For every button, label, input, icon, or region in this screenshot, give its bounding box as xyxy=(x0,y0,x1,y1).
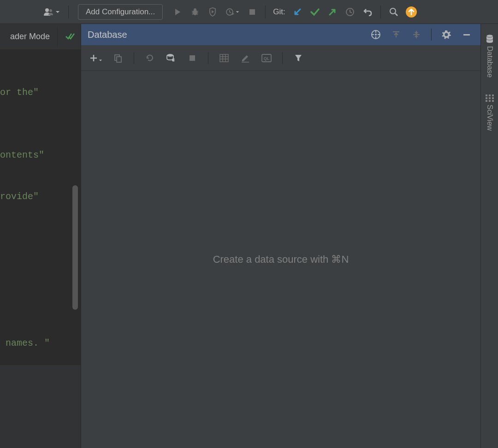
search-icon xyxy=(389,7,398,17)
code-line: names. " xyxy=(0,336,81,350)
refresh-icon xyxy=(145,53,154,63)
svg-point-20 xyxy=(445,33,448,36)
database-tab-label: Database xyxy=(486,46,494,78)
svg-rect-21 xyxy=(463,34,470,35)
svg-rect-36 xyxy=(486,94,487,96)
user-dropdown[interactable] xyxy=(41,6,63,18)
separator xyxy=(431,29,432,41)
svg-rect-44 xyxy=(492,100,494,102)
stop-icon xyxy=(189,54,196,62)
debug-button[interactable] xyxy=(188,5,202,19)
datasource-target-button[interactable] xyxy=(368,27,383,42)
search-everywhere-button[interactable] xyxy=(386,5,401,19)
stop-icon xyxy=(249,8,256,16)
svg-rect-41 xyxy=(492,97,494,99)
refresh-button[interactable] xyxy=(142,51,157,65)
play-icon xyxy=(173,8,182,16)
inspection-ok-icon[interactable] xyxy=(65,32,75,41)
clock-play-icon xyxy=(225,7,235,17)
editor-header: ader Mode xyxy=(0,24,81,50)
editor-scrollbar[interactable] xyxy=(72,185,78,310)
copy-icon xyxy=(113,53,123,63)
svg-rect-11 xyxy=(249,9,255,15)
filter-icon xyxy=(294,54,302,62)
db-wrench-icon xyxy=(166,53,176,63)
separator xyxy=(208,52,208,64)
database-panel-header: Database xyxy=(81,24,480,45)
svg-line-14 xyxy=(395,13,397,16)
database-panel-body: Create a data source with ⌘N xyxy=(81,71,480,448)
separator xyxy=(134,52,134,64)
stop-button[interactable] xyxy=(245,5,260,19)
coverage-button[interactable] xyxy=(205,5,220,19)
collapse-top-icon xyxy=(392,30,400,39)
console-ql-icon: QL xyxy=(261,54,272,62)
checkmark-icon xyxy=(310,7,320,17)
table-icon xyxy=(219,54,229,62)
add-configuration-button[interactable]: Add Configuration... xyxy=(78,4,163,20)
pencil-icon xyxy=(241,53,250,63)
svg-line-8 xyxy=(192,14,193,15)
svg-rect-18 xyxy=(393,31,399,32)
git-push-button[interactable] xyxy=(325,5,340,19)
sciview-tab-label: SciView xyxy=(486,105,494,131)
svg-point-1 xyxy=(49,9,52,12)
minimize-icon xyxy=(462,30,471,39)
separator xyxy=(282,52,283,64)
svg-text:QL: QL xyxy=(264,56,270,61)
duplicate-button[interactable] xyxy=(111,51,125,65)
user-icon xyxy=(43,7,53,17)
chevron-down-icon xyxy=(236,10,239,14)
svg-line-4 xyxy=(192,11,193,12)
svg-rect-42 xyxy=(486,100,487,102)
chevron-down-icon xyxy=(99,59,102,62)
pull-arrow-icon xyxy=(293,7,302,17)
undo-icon xyxy=(362,7,373,17)
separator xyxy=(265,6,266,18)
disconnect-button[interactable] xyxy=(185,51,200,65)
sciview-tab[interactable]: SciView xyxy=(484,93,496,133)
sciview-icon xyxy=(486,94,494,102)
separator xyxy=(68,6,69,18)
run-button[interactable] xyxy=(170,5,185,19)
chevron-down-icon xyxy=(55,10,60,14)
table-button[interactable] xyxy=(217,51,231,65)
git-rollback-button[interactable] xyxy=(360,5,375,19)
profile-button[interactable] xyxy=(223,5,242,19)
edit-button[interactable] xyxy=(238,51,253,65)
datasource-properties-button[interactable] xyxy=(164,51,178,65)
split-icon xyxy=(412,30,421,39)
svg-line-9 xyxy=(197,14,198,15)
code-line: rovide" xyxy=(0,190,81,204)
add-button[interactable] xyxy=(88,51,104,65)
svg-point-0 xyxy=(45,8,49,12)
database-tab[interactable]: Database xyxy=(483,32,496,80)
svg-rect-37 xyxy=(489,94,491,96)
svg-rect-38 xyxy=(492,94,494,96)
svg-rect-23 xyxy=(117,57,121,62)
git-label: Git: xyxy=(271,7,287,17)
shield-run-icon xyxy=(208,7,217,17)
separator xyxy=(57,28,58,46)
split-button[interactable] xyxy=(409,27,424,42)
svg-rect-39 xyxy=(486,97,487,99)
database-tool-window: Database xyxy=(81,24,480,448)
git-history-button[interactable] xyxy=(343,5,357,19)
gear-icon xyxy=(441,29,451,40)
database-toolbar: QL xyxy=(81,45,480,71)
git-commit-button[interactable] xyxy=(308,5,322,19)
collapse-button[interactable] xyxy=(389,27,403,42)
git-pull-button[interactable] xyxy=(290,5,305,19)
database-icon xyxy=(485,34,494,43)
code-line: or the" xyxy=(0,86,81,100)
settings-button[interactable] xyxy=(439,27,454,42)
editor-bottom-panel xyxy=(0,365,81,448)
filter-button[interactable] xyxy=(291,51,306,65)
query-console-button[interactable]: QL xyxy=(259,51,274,65)
main-area: ader Mode or the" ontents" rovide" names… xyxy=(0,24,498,448)
empty-state-message: Create a data source with ⌘N xyxy=(213,253,349,265)
update-button[interactable] xyxy=(404,5,419,19)
right-tool-strip: Database SciView xyxy=(480,24,498,448)
push-arrow-icon xyxy=(328,7,337,17)
hide-panel-button[interactable] xyxy=(459,27,474,42)
